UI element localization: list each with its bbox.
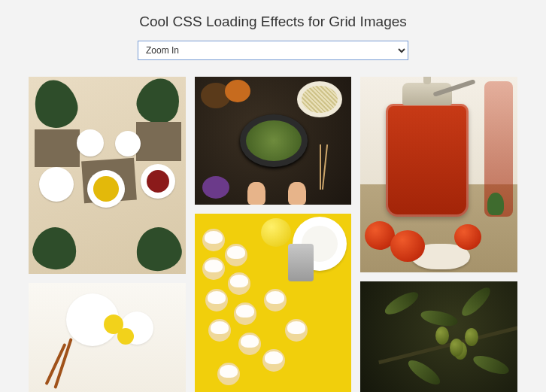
grid-image[interactable]: [29, 77, 186, 274]
effect-select[interactable]: Zoom In: [138, 41, 408, 60]
image-grid: [29, 77, 517, 392]
page: Cool CSS Loading Effects for Grid Images…: [0, 0, 546, 392]
grid-col-1: [29, 77, 186, 392]
effect-select-wrap: Zoom In: [29, 41, 517, 60]
grid-image[interactable]: [195, 77, 352, 205]
grid-col-2: [195, 77, 352, 392]
grid-image[interactable]: [195, 214, 352, 392]
grid-col-3: [360, 77, 517, 392]
grid-image[interactable]: [360, 281, 517, 392]
grid-image[interactable]: [360, 77, 517, 272]
page-title: Cool CSS Loading Effects for Grid Images: [29, 14, 517, 30]
grid-image[interactable]: [29, 283, 186, 392]
